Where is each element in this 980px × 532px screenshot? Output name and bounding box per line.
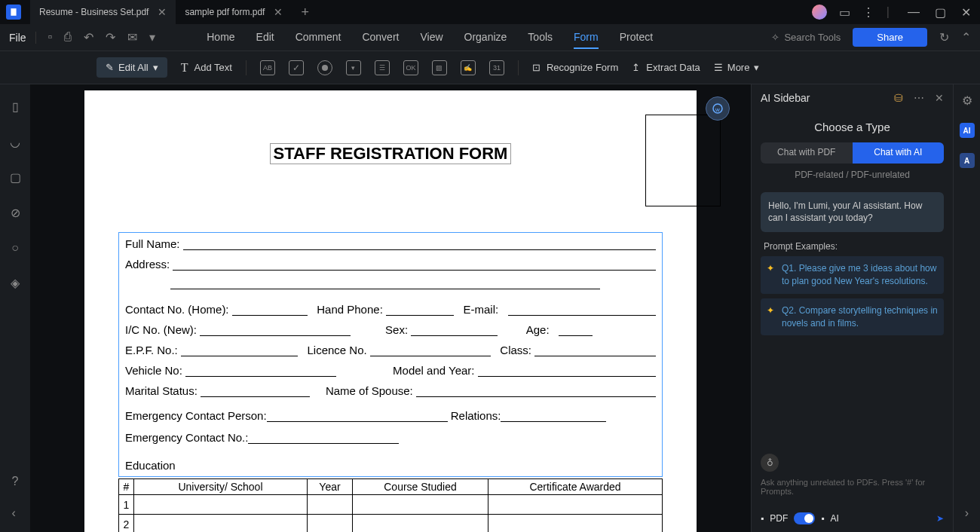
chat-icon[interactable]: ▭ (839, 5, 850, 20)
prompt-example-q1[interactable]: Q1. Please give me 3 ideas about how to … (761, 256, 944, 294)
menu-view[interactable]: View (420, 26, 443, 49)
menu-organize[interactable]: Organize (464, 26, 507, 49)
wand-icon: ✧ (771, 32, 779, 43)
text-field-icon[interactable]: AB (260, 60, 275, 75)
tab-label: Resume - Business Set.pdf (39, 7, 149, 17)
dropdown-icon[interactable]: ▾ (346, 60, 361, 75)
button-icon[interactable]: OK (403, 60, 418, 75)
avatar[interactable] (812, 5, 827, 20)
svg-rect-0 (11, 8, 16, 16)
ai-mode-label: AI (831, 513, 839, 524)
form-title: STAFF REGISTRATION FORM (270, 143, 512, 164)
menu-edit[interactable]: Edit (256, 26, 274, 49)
chat-with-pdf-option[interactable]: Chat with PDF (761, 142, 853, 164)
ai-badge-icon[interactable]: AI (960, 123, 975, 138)
prompt-examples-heading: Prompt Examples: (761, 241, 944, 252)
minimize-button[interactable]: — (908, 5, 920, 20)
ai-sidebar-title: AI Sidebar (761, 92, 810, 104)
close-icon[interactable]: ✕ (158, 6, 167, 18)
translate-icon[interactable]: A (960, 153, 975, 168)
tab-label: sample pdf form.pdf (185, 7, 265, 17)
close-button[interactable]: ✕ (961, 5, 971, 20)
list-icon[interactable]: ☰ (375, 60, 390, 75)
comment-panel-icon[interactable]: ▢ (10, 170, 21, 185)
help-icon[interactable]: ? (12, 475, 19, 488)
ask-hint: Ask anything unrelated to PDFs. Press '#… (761, 478, 944, 496)
menu-comment[interactable]: Comment (296, 26, 341, 49)
print-icon[interactable]: ⎙ (64, 30, 72, 44)
redo-icon[interactable]: ↷ (106, 30, 115, 44)
kebab-icon[interactable]: ⋮ (862, 5, 874, 20)
collapse-icon[interactable]: ⌃ (961, 30, 971, 44)
bookmark-icon[interactable]: ◡ (10, 135, 20, 149)
maximize-button[interactable]: ▢ (935, 5, 946, 20)
file-menu[interactable]: File (9, 32, 36, 44)
undo-icon[interactable]: ↶ (84, 30, 93, 44)
menu-convert[interactable]: Convert (362, 26, 399, 49)
tab-resume[interactable]: Resume - Business Set.pdf ✕ (30, 0, 176, 24)
settings-icon[interactable]: ⚙ (962, 93, 972, 108)
recognize-form-button[interactable]: ⊡ Recognize Form (532, 62, 618, 73)
more-icon[interactable]: ⋯ (914, 92, 924, 104)
menu-protect[interactable]: Protect (620, 26, 653, 49)
education-table: # University/ School Year Course Studied… (118, 478, 663, 532)
svg-text:w: w (715, 106, 720, 113)
sync-icon[interactable]: ↻ (939, 30, 949, 44)
menu-home[interactable]: Home (207, 26, 234, 49)
add-text-button[interactable]: T Add Text (181, 61, 232, 75)
thumbnails-icon[interactable]: ▯ (12, 99, 19, 114)
date-icon[interactable]: 31 (489, 60, 504, 75)
share-button[interactable]: Share (853, 28, 927, 47)
chevron-down-icon: ▾ (754, 62, 759, 73)
education-heading: Education (125, 459, 656, 472)
new-tab-button[interactable]: + (292, 5, 318, 20)
prompt-example-q2[interactable]: Q2. Compare storytelling techniques in n… (761, 298, 944, 336)
floating-tool-icon[interactable]: w (706, 96, 730, 121)
edit-all-button[interactable]: ✎ Edit All ▾ (96, 57, 167, 78)
pdf-mode-label: PDF (770, 513, 788, 524)
save-icon[interactable]: ▫ (48, 30, 53, 44)
mail-icon[interactable]: ✉ (127, 30, 137, 44)
pdf-mode-icon: ▪ (761, 513, 764, 524)
scan-icon: ⊡ (532, 62, 541, 73)
search-tools[interactable]: ✧ Search Tools (771, 32, 841, 43)
text-icon: T (181, 61, 188, 75)
ai-mode-icon: ▪ (821, 513, 824, 524)
radio-icon[interactable] (317, 60, 332, 75)
attachment-icon[interactable]: ⊘ (11, 206, 20, 220)
choose-type-heading: Choose a Type (761, 121, 944, 133)
bulb-icon[interactable]: ♁ (761, 454, 779, 472)
ai-greeting: Hello, I'm Lumi, your AI assistant. How … (761, 192, 944, 233)
app-icon (6, 5, 21, 20)
chevron-down-icon: ▾ (153, 62, 158, 73)
menu-tools[interactable]: Tools (528, 26, 553, 49)
collapse-left-icon[interactable]: ‹ (12, 506, 19, 520)
expand-right-icon[interactable]: › (965, 506, 969, 519)
extract-data-button[interactable]: ↥ Extract Data (632, 62, 700, 73)
image-icon[interactable]: ▨ (432, 60, 447, 75)
upload-icon: ↥ (632, 62, 640, 73)
layers-icon[interactable]: ◈ (11, 276, 20, 290)
table-row[interactable]: 2 (119, 515, 663, 533)
tab-sample[interactable]: sample pdf form.pdf ✕ (176, 0, 292, 24)
menu-icon: ☰ (714, 62, 723, 73)
menu-form[interactable]: Form (574, 26, 599, 49)
chat-with-ai-option[interactable]: Chat with AI (853, 142, 945, 164)
close-icon[interactable]: ✕ (935, 92, 944, 104)
expand-icon[interactable]: ▾ (149, 30, 155, 44)
pdf-related-label: PDF-related / PDF-unrelated (761, 170, 944, 180)
checkbox-icon[interactable] (289, 60, 304, 75)
cart-icon[interactable]: ⛁ (894, 92, 903, 104)
pencil-icon: ✎ (106, 62, 114, 73)
signature-icon[interactable]: ✍ (461, 60, 476, 75)
mode-toggle[interactable] (794, 512, 815, 524)
send-icon[interactable]: ➤ (936, 513, 944, 524)
search-icon[interactable]: ○ (11, 241, 19, 255)
more-button[interactable]: ☰ More ▾ (714, 62, 760, 73)
close-icon[interactable]: ✕ (274, 6, 283, 18)
pdf-page: STAFF REGISTRATION FORM Full Name: Addre… (84, 90, 697, 532)
form-fields-area[interactable]: Full Name: Address: Contact No. (Home): … (118, 232, 663, 477)
table-row[interactable]: 1 (119, 495, 663, 515)
